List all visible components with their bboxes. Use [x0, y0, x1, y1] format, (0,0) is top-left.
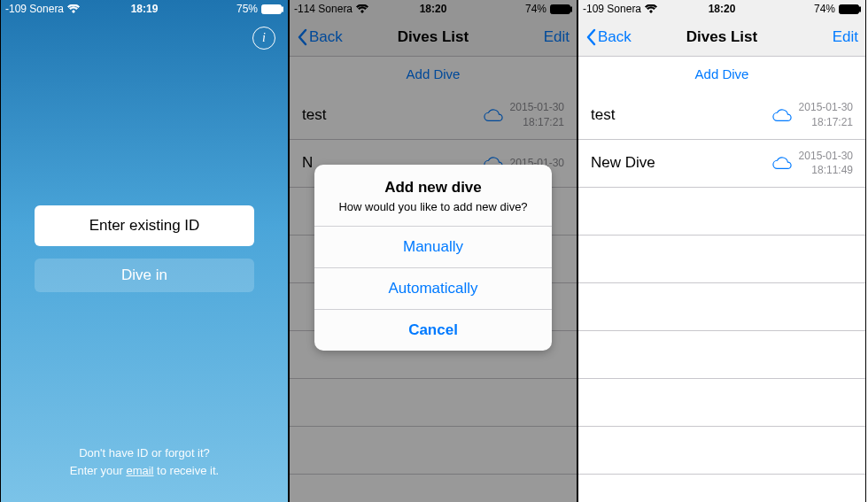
svg-rect-2: [282, 7, 283, 12]
svg-rect-7: [841, 6, 854, 12]
chevron-left-icon: [585, 28, 596, 46]
carrier-label: -109 Sonera: [583, 3, 641, 15]
nav-bar: Back Dives List Edit: [578, 18, 865, 57]
edit-label: Edit: [833, 28, 858, 46]
dives-list-screen: -109 Sonera 18:20 74% Back Dives List Ed…: [577, 0, 866, 502]
svg-rect-8: [859, 7, 861, 12]
page-title: Dives List: [686, 28, 757, 46]
dive-date: 2015-01-30: [799, 100, 853, 115]
modal-cancel-button[interactable]: Cancel: [314, 309, 552, 351]
back-label: Back: [598, 28, 632, 46]
battery-pct-label: 74%: [814, 3, 835, 15]
status-bar: -109 Sonera 18:20 74%: [578, 0, 865, 18]
info-button[interactable]: i: [252, 27, 275, 50]
svg-rect-1: [263, 6, 276, 12]
dive-title: New Dive: [591, 154, 655, 172]
carrier-label: -109 Sonera: [5, 3, 64, 15]
login-screen: -109 Sonera 18:19 75% i Enter existing I…: [0, 0, 289, 502]
battery-icon: [839, 4, 861, 14]
cloud-icon: [772, 156, 792, 170]
dives-list-with-modal-screen: -114 Sonera 18:20 74% Back Dives List Ed…: [289, 0, 577, 502]
modal-message: How would you like to add new dive?: [327, 200, 539, 213]
dive-time: 18:17:21: [799, 115, 853, 130]
cloud-icon: [772, 108, 792, 122]
status-bar: -109 Sonera 18:19 75%: [1, 0, 288, 18]
email-link[interactable]: email: [126, 464, 153, 477]
table-row[interactable]: New Dive 2015-01-30 18:11:49: [578, 140, 865, 189]
info-icon: i: [262, 31, 266, 45]
dive-in-label: Dive in: [121, 266, 167, 283]
enter-existing-id-label: Enter existing ID: [89, 217, 200, 234]
empty-rows: [578, 188, 865, 475]
modal-manually-button[interactable]: Manually: [314, 226, 552, 267]
enter-existing-id-button[interactable]: Enter existing ID: [35, 205, 254, 246]
clock-label: 18:20: [709, 3, 736, 15]
battery-pct-label: 75%: [236, 3, 258, 15]
login-footer-text: Don't have ID or forgot it? Enter your e…: [1, 444, 288, 479]
modal-title: Add new dive: [327, 179, 539, 197]
add-dive-modal: Add new dive How would you like to add n…: [314, 165, 552, 351]
edit-button[interactable]: Edit: [833, 28, 858, 46]
wifi-icon: [645, 4, 657, 13]
add-dive-label: Add Dive: [695, 66, 749, 81]
battery-icon: [261, 4, 283, 14]
clock-label: 18:19: [131, 3, 159, 15]
dive-time: 18:11:49: [799, 163, 853, 178]
dive-in-button[interactable]: Dive in: [35, 259, 254, 292]
wifi-icon: [67, 4, 80, 13]
dive-date: 2015-01-30: [799, 149, 853, 164]
table-row[interactable]: test 2015-01-30 18:17:21: [578, 91, 865, 140]
footer-line-1: Don't have ID or forgot it?: [27, 444, 261, 462]
add-dive-button[interactable]: Add Dive: [578, 57, 865, 91]
back-button[interactable]: Back: [585, 28, 632, 46]
modal-automatically-button[interactable]: Automatically: [314, 267, 552, 309]
dive-title: test: [591, 106, 615, 124]
